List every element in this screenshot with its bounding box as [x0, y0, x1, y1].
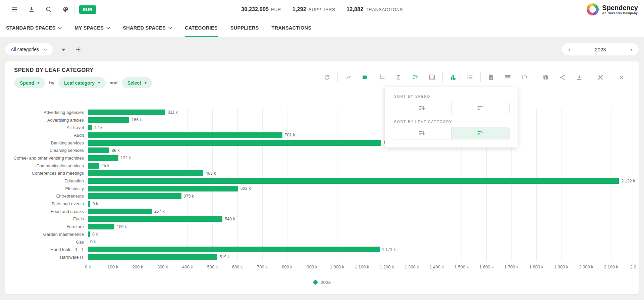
bar-garden-maintenence[interactable]	[88, 231, 90, 237]
sort-descending-icon	[418, 104, 426, 112]
share-button[interactable]	[554, 72, 571, 83]
bar-air-travel[interactable]	[88, 125, 92, 130]
crop-button[interactable]	[373, 72, 390, 83]
tab-transactions[interactable]: TRANSACTIONS	[272, 19, 312, 37]
list-view-button[interactable]	[462, 72, 478, 83]
chart-row: 8 k	[88, 230, 636, 238]
sort-option-pair	[393, 102, 509, 114]
x-tick-label: 1 000 k	[330, 264, 344, 269]
tools-button[interactable]	[592, 72, 609, 83]
tab-label: STANDARD SPACES	[6, 25, 55, 31]
measure-select[interactable]: Spend▾	[14, 77, 45, 88]
bar-fairs-and-events[interactable]	[88, 201, 90, 207]
bar-entrepreneurs[interactable]	[88, 193, 181, 199]
download-button[interactable]	[571, 72, 588, 83]
bar-cleaning-services[interactable]	[88, 147, 109, 153]
bar-advertising-articles[interactable]	[88, 117, 129, 123]
tab-categories[interactable]: CATEGORIES	[185, 19, 218, 37]
chart-row: 17 k	[88, 124, 636, 131]
stat-label: EUR	[271, 7, 281, 12]
bar-coffee-and-other-vending-machines[interactable]	[88, 155, 118, 161]
category-label: Electricity	[8, 185, 84, 192]
chart-row: 106 k	[88, 223, 636, 230]
card-toolbar	[319, 72, 630, 83]
histogram-button[interactable]	[424, 72, 440, 83]
bar-electricity[interactable]	[88, 186, 238, 191]
secondary-select-value: Select	[127, 80, 141, 86]
add-widget-button[interactable]	[71, 43, 86, 55]
export-button[interactable]	[23, 0, 40, 19]
caret-down-icon: ▾	[38, 81, 40, 85]
x-tick-label: 700 k	[257, 264, 268, 269]
bar-value-label: 45 k	[101, 163, 109, 168]
collapse-horizontal-button[interactable]	[340, 72, 357, 83]
bar-advertising-agencies[interactable]	[88, 110, 165, 115]
search-button[interactable]	[40, 0, 57, 19]
secondary-dimension-select[interactable]: Select▾	[122, 77, 152, 88]
report-icon	[488, 74, 494, 81]
sort-descending-button[interactable]	[393, 102, 451, 114]
legend-item-2023[interactable]: 2023	[8, 280, 636, 285]
palette-icon	[62, 6, 69, 13]
theme-button[interactable]	[57, 0, 74, 19]
divider	[74, 4, 74, 15]
bar-education[interactable]	[88, 178, 619, 184]
filter-button[interactable]	[56, 43, 71, 55]
refresh-button[interactable]	[319, 72, 335, 83]
nav-tabs: STANDARD SPACESMY SPACESSHARED SPACESCAT…	[0, 19, 644, 37]
sort-option-pair	[393, 127, 509, 139]
bar-food-and-snacks[interactable]	[88, 209, 152, 214]
tab-my-spaces[interactable]: MY SPACES	[74, 19, 110, 37]
previous-year-button[interactable]: ‹	[568, 46, 571, 53]
chart-row: 311 k	[88, 109, 636, 116]
sort-ascending-button[interactable]	[451, 102, 509, 114]
dimension-select[interactable]: Leaf category▾	[58, 77, 106, 88]
bar-hand-tools-1-1[interactable]	[88, 247, 380, 252]
sigma-button[interactable]	[390, 72, 407, 83]
tab-shared-spaces[interactable]: SHARED SPACES	[123, 19, 172, 37]
category-label: Fairs and events	[8, 200, 84, 208]
save-button[interactable]	[537, 72, 554, 83]
sort-ascending-icon	[477, 130, 484, 137]
category-label: Conferences and meetings	[8, 170, 84, 177]
tab-label: TRANSACTIONS	[272, 25, 312, 31]
bar-audit[interactable]	[88, 132, 282, 138]
save-icon	[542, 74, 549, 81]
category-select[interactable]: All categories	[5, 43, 53, 55]
bar-furniture[interactable]	[88, 224, 114, 229]
pivot-button[interactable]	[516, 72, 533, 83]
x-tick-label: 1 400 k	[429, 264, 444, 269]
x-tick-label: 2 2...	[630, 264, 640, 269]
bar-conferences-and-meetings[interactable]	[88, 170, 203, 176]
sort-section-label: SORT BY LEAF CATEGORY	[394, 120, 509, 124]
sort-descending-button[interactable]	[393, 127, 451, 139]
bar-hardware-it[interactable]	[88, 254, 217, 260]
bar-banking-services[interactable]	[88, 140, 381, 146]
sort-ascending-button[interactable]	[451, 127, 509, 139]
category-label: Entrepreneurs	[8, 192, 84, 200]
close-button[interactable]	[613, 72, 630, 83]
app-logo: Spendency An Onventis Company	[587, 3, 638, 15]
sort-button[interactable]	[407, 72, 424, 83]
tab-standard-spaces[interactable]: STANDARD SPACES	[6, 19, 62, 37]
stat-transactions: 12,882TRANSACTIONS	[346, 6, 403, 12]
chart-row: 0 k	[88, 238, 636, 246]
bar-chart-button[interactable]	[445, 72, 462, 83]
table-rows-button[interactable]	[499, 72, 516, 83]
search-icon	[45, 6, 52, 13]
menu-button[interactable]	[6, 0, 23, 19]
next-year-button[interactable]: ›	[630, 46, 633, 53]
x-tick-label: 1 900 k	[554, 264, 569, 269]
currency-badge[interactable]: EUR	[79, 5, 96, 14]
collapse-horizontal-icon	[345, 74, 352, 81]
stat-value: 12,882	[346, 6, 363, 12]
bar-communication-services[interactable]	[88, 163, 99, 169]
chart-row: 257 k	[88, 208, 636, 215]
refresh-icon	[324, 74, 330, 81]
bar-fuels[interactable]	[88, 216, 222, 222]
year-value: 2023	[595, 47, 606, 52]
category-label: Banking services	[8, 139, 84, 147]
tab-suppliers[interactable]: SUPPLIERS	[230, 19, 259, 37]
report-button[interactable]	[483, 72, 499, 83]
tag-button[interactable]	[357, 72, 373, 83]
